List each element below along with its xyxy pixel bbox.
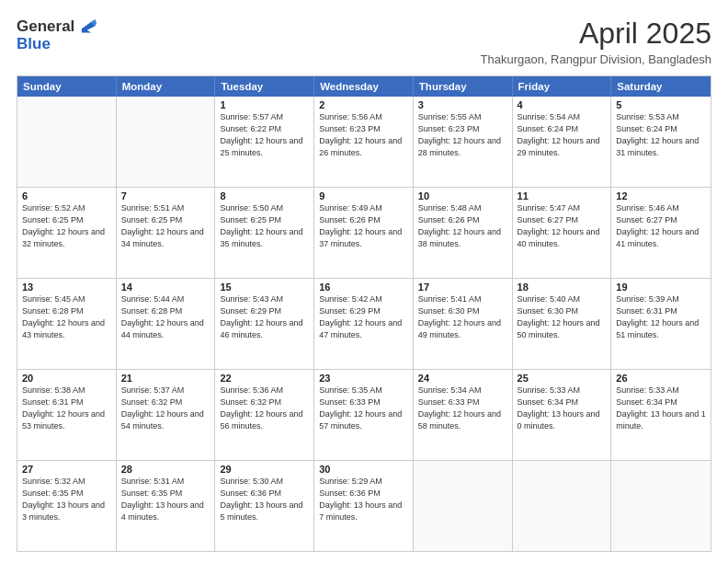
day-number: 26 [616,373,706,384]
sun-info: Sunrise: 5:37 AMSunset: 6:32 PMDaylight:… [121,385,210,432]
calendar-cell: 22Sunrise: 5:36 AMSunset: 6:32 PMDayligh… [215,370,314,460]
day-number: 24 [418,373,507,384]
sun-info: Sunrise: 5:33 AMSunset: 6:34 PMDaylight:… [616,385,706,432]
header: General Blue April 2025 Thakurgaon, Rang… [17,17,711,66]
calendar-cell: 11Sunrise: 5:47 AMSunset: 6:27 PMDayligh… [513,188,612,278]
day-number: 2 [319,99,408,110]
calendar-cell: 17Sunrise: 5:41 AMSunset: 6:30 PMDayligh… [414,279,513,369]
day-number: 1 [220,99,309,110]
calendar-cell: 10Sunrise: 5:48 AMSunset: 6:26 PMDayligh… [414,188,513,278]
logo-blue-text: Blue [17,35,97,53]
sun-info: Sunrise: 5:39 AMSunset: 6:31 PMDaylight:… [616,293,706,341]
day-number: 28 [121,464,210,475]
calendar-cell: 30Sunrise: 5:29 AMSunset: 6:36 PMDayligh… [314,461,414,551]
sun-info: Sunrise: 5:56 AMSunset: 6:23 PMDaylight:… [319,111,408,159]
sun-info: Sunrise: 5:43 AMSunset: 6:29 PMDaylight:… [220,293,309,341]
day-number: 6 [22,190,111,201]
day-number: 30 [319,464,408,475]
day-number: 12 [616,190,706,201]
day-number: 13 [22,282,111,293]
day-number: 7 [121,190,210,201]
calendar-cell: 14Sunrise: 5:44 AMSunset: 6:28 PMDayligh… [117,279,216,369]
day-number: 20 [22,373,111,384]
day-number: 14 [121,282,210,293]
sun-info: Sunrise: 5:42 AMSunset: 6:29 PMDaylight:… [319,293,408,341]
calendar-cell: 6Sunrise: 5:52 AMSunset: 6:25 PMDaylight… [17,188,117,278]
calendar-cell: 24Sunrise: 5:34 AMSunset: 6:33 PMDayligh… [414,370,513,460]
logo-general-text: General [17,17,74,36]
day-number: 18 [518,282,607,293]
calendar-cell: 16Sunrise: 5:42 AMSunset: 6:29 PMDayligh… [314,279,414,369]
calendar-cell: 21Sunrise: 5:37 AMSunset: 6:32 PMDayligh… [117,370,216,460]
calendar-header: SundayMondayTuesdayWednesdayThursdayFrid… [17,76,711,97]
sun-info: Sunrise: 5:44 AMSunset: 6:28 PMDaylight:… [121,293,210,341]
calendar-cell: 8Sunrise: 5:50 AMSunset: 6:25 PMDaylight… [215,188,314,278]
calendar-cell: 27Sunrise: 5:32 AMSunset: 6:35 PMDayligh… [17,461,117,551]
calendar-body: 1Sunrise: 5:57 AMSunset: 6:22 PMDaylight… [17,97,711,551]
title-block: April 2025 Thakurgaon, Rangpur Division,… [481,17,712,66]
calendar-cell: 9Sunrise: 5:49 AMSunset: 6:26 PMDaylight… [314,188,414,278]
day-number: 29 [220,464,309,475]
calendar-cell: 5Sunrise: 5:53 AMSunset: 6:24 PMDaylight… [611,97,711,187]
sun-info: Sunrise: 5:30 AMSunset: 6:36 PMDaylight:… [220,476,309,523]
sun-info: Sunrise: 5:31 AMSunset: 6:35 PMDaylight:… [121,476,210,523]
sun-info: Sunrise: 5:41 AMSunset: 6:30 PMDaylight:… [418,293,507,341]
day-number: 23 [319,373,408,384]
calendar-cell: 23Sunrise: 5:35 AMSunset: 6:33 PMDayligh… [314,370,414,460]
calendar-cell: 25Sunrise: 5:33 AMSunset: 6:34 PMDayligh… [513,370,612,460]
day-number: 25 [518,373,607,384]
calendar-cell: 2Sunrise: 5:56 AMSunset: 6:23 PMDaylight… [314,97,414,187]
sun-info: Sunrise: 5:36 AMSunset: 6:32 PMDaylight:… [220,385,309,432]
calendar-cell: 20Sunrise: 5:38 AMSunset: 6:31 PMDayligh… [17,370,117,460]
logo-bird-icon [76,17,97,37]
calendar: SundayMondayTuesdayWednesdayThursdayFrid… [17,75,711,552]
day-number: 8 [220,190,309,201]
sun-info: Sunrise: 5:46 AMSunset: 6:27 PMDaylight:… [616,202,706,250]
day-of-week-header: Friday [513,76,612,97]
sun-info: Sunrise: 5:50 AMSunset: 6:25 PMDaylight:… [220,202,309,250]
calendar-cell: 7Sunrise: 5:51 AMSunset: 6:25 PMDaylight… [117,188,216,278]
calendar-cell: 15Sunrise: 5:43 AMSunset: 6:29 PMDayligh… [215,279,314,369]
month-year-title: April 2025 [481,17,712,51]
day-number: 27 [22,464,111,475]
page: General Blue April 2025 Thakurgaon, Rang… [0,0,728,563]
calendar-cell: 12Sunrise: 5:46 AMSunset: 6:27 PMDayligh… [611,188,711,278]
sun-info: Sunrise: 5:49 AMSunset: 6:26 PMDaylight:… [319,202,408,250]
calendar-cell [611,461,711,551]
sun-info: Sunrise: 5:38 AMSunset: 6:31 PMDaylight:… [22,385,111,432]
sun-info: Sunrise: 5:47 AMSunset: 6:27 PMDaylight:… [518,202,607,250]
day-number: 21 [121,373,210,384]
calendar-cell: 18Sunrise: 5:40 AMSunset: 6:30 PMDayligh… [513,279,612,369]
calendar-week-row: 13Sunrise: 5:45 AMSunset: 6:28 PMDayligh… [17,278,711,369]
calendar-week-row: 6Sunrise: 5:52 AMSunset: 6:25 PMDaylight… [17,187,711,278]
sun-info: Sunrise: 5:52 AMSunset: 6:25 PMDaylight:… [22,202,111,250]
day-number: 3 [418,99,507,110]
sun-info: Sunrise: 5:51 AMSunset: 6:25 PMDaylight:… [121,202,210,250]
logo: General Blue [17,17,97,53]
day-of-week-header: Thursday [414,76,513,97]
day-number: 11 [518,190,607,201]
calendar-cell: 3Sunrise: 5:55 AMSunset: 6:23 PMDaylight… [414,97,513,187]
calendar-week-row: 27Sunrise: 5:32 AMSunset: 6:35 PMDayligh… [17,460,711,551]
calendar-cell: 28Sunrise: 5:31 AMSunset: 6:35 PMDayligh… [117,461,216,551]
sun-info: Sunrise: 5:55 AMSunset: 6:23 PMDaylight:… [418,111,507,159]
day-number: 4 [518,99,607,110]
sun-info: Sunrise: 5:57 AMSunset: 6:22 PMDaylight:… [220,111,309,159]
day-of-week-header: Saturday [611,76,711,97]
calendar-cell [17,97,117,187]
calendar-cell [414,461,513,551]
day-number: 10 [418,190,507,201]
day-of-week-header: Sunday [17,76,117,97]
calendar-cell: 4Sunrise: 5:54 AMSunset: 6:24 PMDaylight… [513,97,612,187]
calendar-week-row: 1Sunrise: 5:57 AMSunset: 6:22 PMDaylight… [17,97,711,187]
day-of-week-header: Tuesday [215,76,314,97]
calendar-cell: 29Sunrise: 5:30 AMSunset: 6:36 PMDayligh… [215,461,314,551]
sun-info: Sunrise: 5:32 AMSunset: 6:35 PMDaylight:… [22,476,111,523]
calendar-week-row: 20Sunrise: 5:38 AMSunset: 6:31 PMDayligh… [17,369,711,460]
day-of-week-header: Monday [117,76,216,97]
day-number: 16 [319,282,408,293]
day-number: 19 [616,282,706,293]
day-number: 5 [616,99,706,110]
sun-info: Sunrise: 5:48 AMSunset: 6:26 PMDaylight:… [418,202,507,250]
day-number: 17 [418,282,507,293]
